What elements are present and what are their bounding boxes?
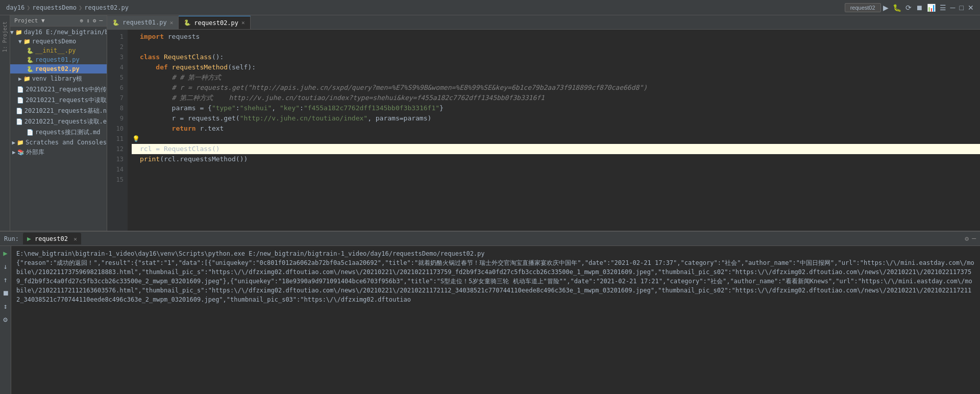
breadcrumb-day16[interactable]: day16	[4, 4, 27, 11]
project-icon-add[interactable]: ⊕	[80, 17, 84, 24]
run-scroll-icon[interactable]: ↕	[2, 301, 8, 311]
tree-item-scratches[interactable]: ▶ 📁 Scratches and Consoles	[10, 138, 107, 147]
folder-icon: 📁	[23, 76, 31, 82]
line-number-9: 9	[107, 113, 124, 124]
code-editor[interactable]: 123456789101112131415 import requestscla…	[107, 30, 980, 231]
run-label: Run:	[4, 235, 19, 242]
tree-item-init[interactable]: 🐍 __init__.py	[10, 46, 107, 55]
run-icon: ▶	[27, 235, 31, 242]
bottom-tab-label: request02	[35, 235, 68, 242]
project-panel: Project ▼ ⊕ ↕ ⚙ ─ ▼ 📁 day16 E:/new_bigtr…	[10, 15, 107, 231]
refresh-button[interactable]: ⟳	[903, 3, 914, 13]
code-line-7: # 第二种方式 http://v.juhe.cn/toutiao/index?t…	[132, 93, 980, 103]
project-strip-label[interactable]: 1: Project	[1, 19, 9, 54]
breadcrumb-requestsdemo[interactable]: requestsDemo	[30, 4, 79, 11]
main-area: 1: Project Project ▼ ⊕ ↕ ⚙ ─ ▼ 📁 day16 E…	[0, 15, 980, 231]
line-number-12: 12	[107, 144, 124, 154]
file-icon: 📄	[27, 129, 34, 136]
code-line-10: return r.text	[132, 124, 980, 134]
library-icon: 📚	[17, 149, 24, 156]
run-up-arrow[interactable]: ↑	[2, 275, 8, 285]
project-icon-minimize[interactable]: ─	[99, 17, 103, 24]
profile-button[interactable]: 📊	[925, 3, 938, 13]
expand-icon: ▼	[18, 38, 22, 45]
line-number-8: 8	[107, 103, 124, 113]
expand-icon: ▼	[10, 29, 14, 36]
menu-button[interactable]: ☰	[938, 3, 948, 13]
file-icon: 📄	[17, 86, 24, 93]
project-header-label: Project ▼	[14, 17, 45, 24]
settings-icon[interactable]: ⚙	[965, 235, 969, 242]
run-down-arrow[interactable]: ↓	[2, 261, 8, 272]
project-icon-sync[interactable]: ↕	[86, 17, 90, 24]
code-line-13: print(rcl.requestsMethod())	[132, 154, 980, 164]
bottom-tabs-bar: Run: ▶ request02 ✕ ⚙ ─	[0, 232, 980, 246]
tree-label-venv: venv library根	[32, 75, 83, 83]
tree-item-external[interactable]: ▶ 📚 外部库	[10, 147, 107, 158]
code-content[interactable]: import requestsclass RequestClass(): def…	[128, 30, 980, 231]
tree-item-f1[interactable]: 📄 20210221_requests中的传	[10, 84, 107, 95]
file-icon: 📄	[17, 97, 24, 104]
debug-button[interactable]: 🐛	[891, 3, 903, 13]
top-bar: day16 ❯ requestsDemo ❯ request02.py requ…	[0, 0, 980, 15]
minimize-button[interactable]: ─	[948, 3, 958, 13]
bottom-tab-close[interactable]: ✕	[74, 236, 77, 242]
run-green-button[interactable]: ▶	[2, 248, 8, 258]
tree-item-day16[interactable]: ▼ 📁 day16 E:/new_bigtrain/bigtrain	[10, 28, 107, 37]
left-activity-bar: 1: Project	[0, 15, 10, 231]
file-icon: 🐍	[27, 47, 34, 54]
tab-close-request02[interactable]: ✕	[241, 19, 245, 26]
stop-button[interactable]: ⏹	[914, 3, 925, 13]
tab-label-request02: request02.py	[194, 19, 238, 27]
python-icon: 🐍	[184, 19, 191, 26]
run-button[interactable]: ▶	[881, 3, 891, 13]
tab-close-request01[interactable]: ✕	[170, 19, 174, 26]
python-icon: 🐍	[112, 19, 119, 26]
expand-icon: ▶	[12, 149, 16, 156]
tree-label-f5: requests接口测试.md	[35, 128, 100, 137]
tree-label-f3: 20210221_requests基础.n	[24, 107, 107, 115]
run-stop-button[interactable]: ⏹	[1, 288, 10, 298]
line-number-10: 10	[107, 124, 124, 134]
tree-label-scratches: Scratches and Consoles	[26, 139, 107, 146]
project-icon-settings[interactable]: ⚙	[93, 17, 96, 24]
tree-item-venv[interactable]: ▶ 📁 venv library根	[10, 73, 107, 84]
close-button[interactable]: ✕	[966, 3, 976, 13]
tree-label-f4: 20210221_requests读取.e	[24, 117, 107, 126]
project-panel-header[interactable]: Project ▼ ⊕ ↕ ⚙ ─	[10, 15, 107, 27]
file-icon: 🐍	[27, 57, 34, 63]
breadcrumb-file[interactable]: request02.py	[82, 4, 131, 11]
tree-item-requestsdemo[interactable]: ▼ 📁 requestsDemo	[10, 37, 107, 46]
tree-item-f5[interactable]: 📄 requests接口测试.md	[10, 127, 107, 138]
run-settings-icon[interactable]: ⚙	[2, 314, 8, 325]
code-line-15	[132, 175, 980, 185]
code-line-11: 💡	[132, 134, 980, 144]
folder-icon: 📁	[15, 29, 22, 36]
tree-item-request01[interactable]: 🐍 request01.py	[10, 55, 107, 64]
tree-label-external: 外部库	[26, 148, 44, 157]
tree-item-f3[interactable]: 📄 20210221_requests基础.n	[10, 106, 107, 116]
tab-request02[interactable]: 🐍 request02.py ✕	[179, 16, 250, 29]
minimize-icon[interactable]: ─	[972, 235, 976, 242]
line-numbers: 123456789101112131415	[107, 30, 128, 231]
tree-label-f1: 20210221_requests中的传	[26, 85, 107, 94]
code-line-14	[132, 164, 980, 175]
run-output: E:\new_bigtrain\bigtrain-1_video\day16\v…	[11, 246, 980, 394]
tree-item-f2[interactable]: 📄 20210221_requests中读取	[10, 95, 107, 106]
bottom-tab-run[interactable]: ▶ request02 ✕	[23, 233, 81, 244]
tree-label-day16: day16 E:/new_bigtrain/bigtrain	[24, 29, 107, 36]
bottom-right-icons: ⚙ ─	[965, 235, 976, 242]
run-config-button[interactable]: request02	[845, 3, 881, 12]
tree-item-request02[interactable]: 🐍 request02.py	[10, 64, 107, 73]
code-line-5: # # 第一种方式	[132, 72, 980, 83]
line-number-7: 7	[107, 93, 124, 103]
file-icon: 📄	[16, 118, 23, 125]
tab-request01[interactable]: 🐍 request01.py ✕	[107, 16, 179, 29]
maximize-button[interactable]: □	[958, 3, 966, 13]
code-line-8: params = {"type":"shehui", "key":"f455a1…	[132, 103, 980, 113]
tree-item-f4[interactable]: 📄 20210221_requests读取.e	[10, 116, 107, 127]
folder-icon: 📁	[23, 38, 31, 45]
code-line-1: import requests	[132, 32, 980, 42]
bottom-panel: Run: ▶ request02 ✕ ⚙ ─ ▶ ↓ ↑ ⏹ ↕ ⚙ E:\ne…	[0, 231, 980, 394]
project-tree: ▼ 📁 day16 E:/new_bigtrain/bigtrain ▼ 📁 r…	[10, 27, 107, 231]
